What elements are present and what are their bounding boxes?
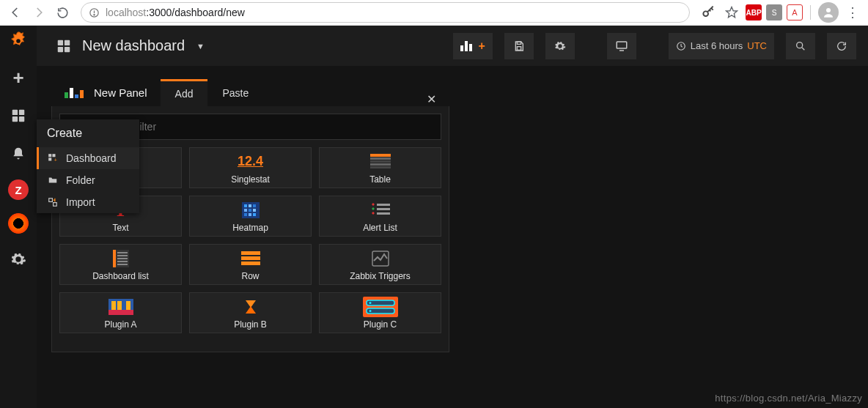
bar-chart-icon	[460, 41, 472, 51]
nav-alerting-button[interactable]	[6, 141, 31, 166]
svg-rect-53	[117, 301, 122, 310]
svg-rect-16	[517, 46, 521, 50]
panel-option-heatmap[interactable]: Heatmap	[189, 196, 312, 237]
extension-s[interactable]: S	[766, 4, 782, 21]
svg-rect-56	[363, 297, 398, 317]
dashboard-list-icon	[111, 248, 130, 269]
browser-omnibox[interactable]: localhost:3000/dashboard/new	[81, 2, 690, 23]
svg-rect-22	[370, 154, 391, 157]
svg-line-21	[802, 48, 804, 50]
svg-point-59	[369, 302, 371, 304]
topbar-zoomout-button[interactable]	[786, 33, 815, 59]
panel-option-alertlist[interactable]: Alert List	[319, 196, 441, 237]
svg-rect-11	[58, 40, 63, 45]
chevron-down-icon: ▼	[196, 42, 205, 51]
svg-rect-62	[52, 154, 55, 157]
svg-rect-10	[19, 116, 24, 122]
panel-option-plugin-a[interactable]: Plugin A	[59, 292, 182, 333]
nav-zabbix-button[interactable]: Z	[8, 179, 29, 200]
browser-forward-button[interactable]	[29, 3, 48, 22]
row-icon	[241, 248, 260, 269]
new-panel-title-wrap: New Panel	[51, 79, 161, 106]
url-path: :3000/dashboard/new	[146, 7, 245, 18]
svg-rect-37	[377, 204, 390, 206]
panel-option-plugin-b[interactable]: Plugin B	[189, 292, 312, 333]
browser-reload-button[interactable]	[53, 3, 72, 22]
svg-rect-66	[54, 203, 57, 207]
topbar-refresh-button[interactable]	[827, 33, 856, 59]
new-panel-header: New Panel Add Paste ✕	[51, 79, 449, 106]
svg-rect-17	[617, 42, 627, 48]
flyout-item-import[interactable]: Import	[37, 191, 139, 213]
svg-point-2	[94, 14, 95, 15]
svg-rect-26	[370, 166, 391, 168]
svg-point-3	[703, 11, 708, 16]
timezone-label: UTC	[747, 40, 767, 51]
import-icon	[47, 197, 59, 207]
svg-rect-32	[249, 209, 251, 212]
plugin-a-icon	[108, 297, 133, 317]
svg-rect-65	[49, 199, 53, 202]
svg-rect-13	[58, 46, 63, 51]
svg-rect-46	[117, 264, 128, 265]
browser-menu-button[interactable]: ⋮	[843, 3, 862, 22]
svg-rect-39	[377, 212, 390, 215]
extension-a[interactable]: A	[787, 4, 803, 21]
svg-rect-41	[113, 250, 116, 267]
star-icon[interactable]	[722, 3, 741, 22]
panel-option-zabbix[interactable]: Zabbix Triggers	[319, 244, 441, 285]
refresh-icon	[836, 40, 847, 52]
zabbix-triggers-icon	[371, 248, 390, 269]
panel-tab-paste[interactable]: Paste	[207, 79, 263, 106]
browser-chrome: localhost:3000/dashboard/new ABP S A ⋮	[0, 0, 868, 26]
plus-icon: +	[478, 40, 485, 53]
panel-option-singlestat[interactable]: 12.4 Singlestat	[189, 147, 312, 188]
grafana-logo[interactable]	[7, 30, 29, 52]
svg-rect-28	[244, 204, 247, 207]
flyout-item-folder[interactable]: Folder	[37, 169, 139, 191]
nav-dashboards-button[interactable]	[6, 103, 31, 128]
browser-profile-avatar[interactable]	[818, 2, 839, 23]
alert-list-icon	[371, 200, 390, 220]
topbar-settings-button[interactable]	[545, 33, 575, 59]
nav-plugin-button[interactable]	[8, 213, 29, 234]
heatmap-icon	[242, 200, 260, 220]
flyout-item-dashboard[interactable]: + Dashboard	[37, 147, 139, 169]
search-icon	[795, 40, 806, 52]
topbar-add-panel-button[interactable]: +	[453, 33, 492, 59]
svg-rect-9	[12, 116, 18, 122]
source-watermark: https://blog.csdn.net/Aria_Miazzy	[715, 393, 862, 404]
monitor-icon	[615, 40, 628, 53]
svg-rect-36	[253, 213, 256, 216]
svg-rect-52	[111, 301, 116, 310]
time-range-picker[interactable]: Last 6 hours UTC	[669, 33, 774, 59]
clock-icon	[676, 41, 686, 51]
panel-close-button[interactable]: ✕	[413, 92, 449, 106]
dashboard-title-dropdown[interactable]: New dashboard ▼	[56, 37, 441, 54]
dashboard-canvas: New Panel Add Paste ✕ Graph 12.4 Singles…	[37, 66, 868, 408]
svg-rect-29	[249, 204, 251, 207]
svg-rect-8	[19, 110, 24, 115]
svg-rect-61	[48, 154, 51, 157]
nav-create-button[interactable]: +	[6, 65, 31, 90]
topbar-save-button[interactable]	[504, 33, 534, 59]
extension-abp[interactable]: ABP	[746, 4, 762, 21]
panel-option-dashlist[interactable]: Dashboard list	[59, 244, 182, 285]
svg-rect-7	[12, 110, 18, 115]
svg-rect-12	[65, 40, 70, 45]
svg-rect-45	[117, 261, 128, 262]
panel-option-row[interactable]: Row	[189, 244, 312, 285]
browser-back-button[interactable]	[6, 3, 25, 22]
svg-rect-55	[108, 310, 133, 315]
svg-rect-50	[372, 251, 389, 266]
svg-rect-31	[244, 209, 247, 212]
panel-option-plugin-c[interactable]: Plugin C	[319, 292, 441, 333]
panel-tab-add[interactable]: Add	[161, 79, 208, 106]
url-host: localhost	[106, 7, 146, 18]
panel-option-table[interactable]: Table	[319, 147, 441, 188]
panel-chart-icon	[65, 88, 84, 98]
svg-rect-44	[117, 258, 128, 259]
key-icon[interactable]	[699, 3, 718, 22]
nav-settings-button[interactable]	[6, 247, 31, 272]
topbar-viewmode-button[interactable]	[607, 33, 636, 59]
